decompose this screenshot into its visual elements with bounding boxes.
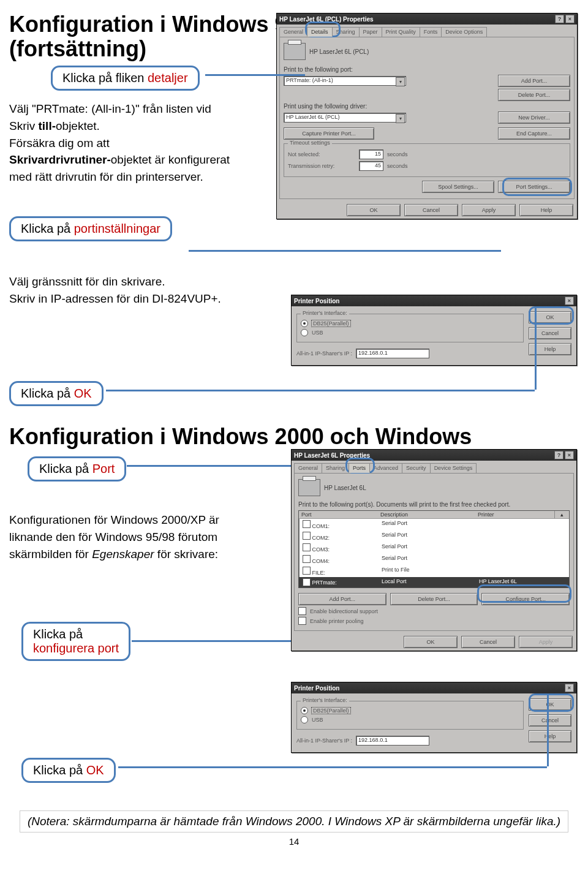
help-button[interactable]: Help [519, 204, 573, 216]
radio-label-usb: USB [312, 717, 323, 723]
printer-name-label: HP LaserJet 6L [324, 485, 366, 491]
radio-db25[interactable] [301, 707, 308, 714]
cancel-button[interactable]: Cancel [461, 636, 515, 648]
radio-usb[interactable] [301, 716, 308, 723]
text: objektet. [56, 119, 100, 132]
row-checkbox[interactable]: ✓ [303, 578, 311, 586]
input-ip[interactable]: 192.168.0.1 [356, 349, 429, 358]
configure-port-button[interactable]: Configure Port... [481, 593, 570, 605]
radio-usb[interactable] [301, 329, 308, 336]
callout-highlight: portinställningar [74, 222, 160, 235]
input-trans-retry[interactable]: 45 [359, 161, 383, 171]
input-ip[interactable]: 192.168.0.1 [356, 736, 429, 746]
add-port-button[interactable]: Add Port... [298, 593, 386, 605]
add-port-button[interactable]: Add Port... [498, 75, 570, 87]
ok-button[interactable]: OK [529, 698, 571, 711]
label-ip: All-in-1 IP-Sharer's IP : [296, 738, 352, 744]
dialog-printer-position: Printer Position × Printer's Interface: … [291, 295, 577, 366]
spool-settings-button[interactable]: Spool Settings... [422, 181, 494, 193]
port-row[interactable]: COM1:Serial Port [299, 519, 569, 531]
port-row[interactable]: FILE:Print to File [299, 565, 569, 577]
callout-ok: Klicka på OK [9, 381, 104, 406]
capture-port-button[interactable]: Capture Printer Port... [284, 127, 374, 140]
input-not-selected[interactable]: 15 [359, 149, 383, 159]
checkbox-pool[interactable] [298, 617, 306, 625]
close-icon[interactable]: × [565, 296, 574, 305]
help-icon[interactable]: ? [555, 15, 564, 23]
close-icon[interactable]: × [565, 451, 574, 459]
dialog-hp-properties-ports: HP LaserJet 6L Properties ? × General Sh… [291, 449, 577, 651]
port-settings-button[interactable]: Port Settings... [498, 181, 570, 193]
tab-advanced[interactable]: Advanced [369, 463, 402, 473]
titlebar: HP LaserJet 6L (PCL) Properties ? × [277, 13, 577, 25]
close-icon[interactable]: × [565, 15, 575, 23]
callout-highlight: OK [74, 387, 92, 400]
port-row[interactable]: COM3:Serial Port [299, 542, 569, 554]
row-checkbox[interactable] [303, 567, 311, 575]
port-row[interactable]: COM2:Serial Port [299, 531, 569, 542]
callout-text: Klicka på [33, 763, 86, 777]
row-checkbox[interactable] [303, 543, 311, 551]
row-checkbox[interactable] [303, 555, 311, 563]
interface-groupbox: Printer's Interface: DB25(Parallel) USB [296, 701, 524, 730]
apply-button[interactable]: Apply [519, 636, 573, 648]
cancel-button[interactable]: Cancel [529, 714, 571, 727]
tab-details[interactable]: Details [307, 27, 333, 37]
tab-sharing[interactable]: Sharing [322, 463, 349, 473]
tab-sharing[interactable]: Sharing [332, 27, 360, 37]
tab-print-quality[interactable]: Print Quality [382, 27, 420, 37]
port-row[interactable]: ✓ PRTmate:Local PortHP LaserJet 6L [299, 577, 569, 587]
callout-highlight: OK [86, 763, 104, 777]
help-button[interactable]: Help [529, 730, 571, 742]
titlebar: Printer Position × [292, 682, 576, 693]
tab-ports[interactable]: Ports [349, 463, 370, 473]
delete-port-button[interactable]: Delete Port... [390, 593, 478, 605]
port-row[interactable]: COM4:Serial Port [299, 554, 569, 565]
paragraph-line: Konfigurationen för Windows 2000/XP är [9, 513, 260, 527]
tab-device-settings[interactable]: Device Settings [430, 463, 477, 473]
row-checkbox[interactable] [303, 520, 311, 528]
text: för skrivare: [154, 548, 219, 561]
end-capture-button[interactable]: End Capture... [498, 127, 570, 140]
ok-button[interactable]: OK [404, 636, 458, 648]
callout-text: Klicka på [21, 222, 74, 235]
paragraph-line: liknande den för Windows 95/98 förutom [9, 530, 260, 545]
label-seconds: seconds [387, 151, 408, 157]
window-title: HP LaserJet 6L Properties [294, 452, 553, 459]
printer-icon [284, 43, 306, 60]
radio-label-db25: DB25(Parallel) [312, 320, 350, 327]
help-icon[interactable]: ? [554, 451, 564, 459]
paragraph-line: Välj "PRTmate: (All-in-1)" från listen v… [9, 102, 260, 116]
tab-device-options[interactable]: Device Options [441, 27, 487, 37]
paragraph-line: Skriv in IP-adressen för din DI-824VUP+. [9, 292, 260, 306]
col-header-port: Port [299, 511, 378, 518]
apply-button[interactable]: Apply [462, 204, 516, 216]
cancel-button[interactable]: Cancel [404, 204, 458, 216]
callout-highlight: konfigurera port [33, 641, 119, 655]
radio-db25[interactable] [301, 320, 308, 327]
tab-security[interactable]: Security [402, 463, 431, 473]
tab-general[interactable]: General [294, 463, 322, 473]
tab-general[interactable]: General [279, 27, 307, 37]
checkbox-bidir[interactable] [298, 607, 306, 615]
tab-paper[interactable]: Paper [359, 27, 382, 37]
close-icon[interactable]: × [565, 684, 574, 692]
combo-driver[interactable]: HP LaserJet 6L (PCL) [284, 113, 406, 123]
paragraph-line: Välj gränssnitt för din skrivare. [9, 274, 260, 289]
radio-label-db25: DB25(Parallel) [312, 708, 350, 714]
tab-strip: General Details Sharing Paper Print Qual… [277, 25, 577, 37]
delete-port-button[interactable]: Delete Port... [498, 89, 570, 101]
col-header-description: Description [378, 511, 475, 518]
combo-port[interactable]: PRTmate: (All-in-1) [284, 76, 406, 86]
row-checkbox[interactable] [303, 532, 311, 540]
paragraph-line: Skriv till-objektet. [9, 119, 260, 134]
paragraph-line: med rätt drivrutin för din printerserver… [9, 170, 260, 184]
new-driver-button[interactable]: New Driver... [498, 111, 570, 124]
label-trans-retry: Transmission retry: [288, 163, 355, 169]
label-port: Print to the following port: [284, 66, 570, 73]
label-ip: All-in-1 IP-Sharer's IP : [296, 350, 352, 357]
ports-list[interactable]: Port Description Printer ▴ COM1:Serial P… [298, 510, 570, 588]
tab-fonts[interactable]: Fonts [420, 27, 442, 37]
titlebar: HP LaserJet 6L Properties ? × [292, 450, 576, 461]
ok-button[interactable]: OK [347, 204, 401, 216]
